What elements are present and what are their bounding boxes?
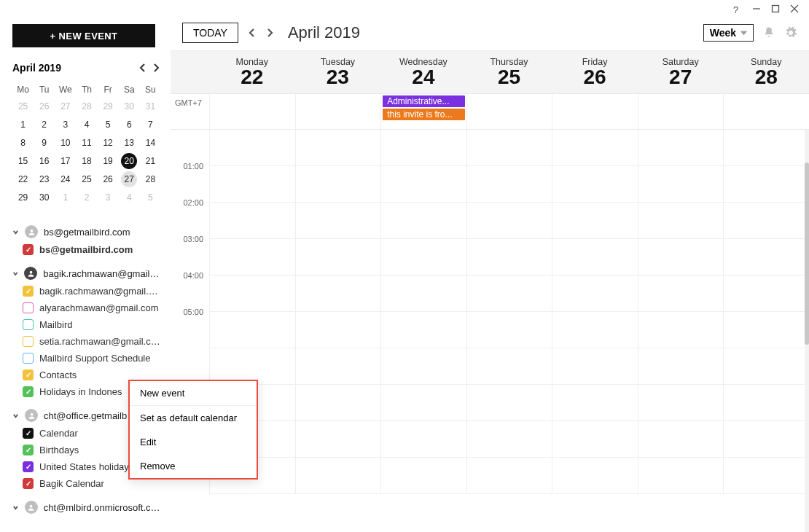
bell-icon[interactable]	[762, 26, 775, 39]
day-header[interactable]: Saturday27	[638, 51, 724, 93]
day-header[interactable]: Sunday28	[723, 51, 809, 93]
week-prev-icon[interactable]	[247, 28, 257, 38]
scrollbar-track[interactable]	[805, 130, 809, 532]
mini-day-cell[interactable]: 26	[34, 97, 55, 115]
mini-day-cell[interactable]: 26	[98, 170, 119, 188]
context-menu-item[interactable]: Remove	[130, 454, 257, 478]
mini-day-cell[interactable]: 1	[55, 188, 76, 206]
mini-day-cell[interactable]: 5	[98, 115, 119, 133]
mini-day-cell[interactable]: 10	[55, 133, 76, 152]
mini-day-cell[interactable]: 16	[34, 152, 55, 170]
calendar-checkbox[interactable]	[23, 445, 34, 455]
mini-day-cell[interactable]: 30	[119, 97, 140, 115]
account-header[interactable]: bagik.rachmawan@gmail.com	[12, 264, 160, 283]
allday-cell[interactable]	[723, 94, 809, 129]
mini-day-cell[interactable]: 30	[34, 188, 55, 206]
mini-day-cell[interactable]: 28	[140, 170, 161, 188]
mini-day-cell[interactable]: 27	[55, 97, 76, 115]
mini-day-cell[interactable]: 11	[76, 133, 97, 152]
time-grid[interactable]: 01:0002:0003:0004:0005:0009:00	[171, 130, 809, 532]
calendar-item[interactable]: Mailbird	[12, 316, 160, 333]
allday-event[interactable]: this invite is fro...	[383, 109, 465, 120]
context-menu-item[interactable]: Edit	[130, 430, 257, 454]
allday-cell[interactable]	[552, 94, 638, 129]
mini-day-cell[interactable]: 23	[34, 170, 55, 188]
day-header[interactable]: Thursday25	[466, 51, 552, 93]
mini-day-cell[interactable]: 3	[55, 115, 76, 133]
mini-day-cell[interactable]: 4	[76, 115, 97, 133]
mini-day-cell[interactable]: 13	[119, 133, 140, 152]
mini-day-cell[interactable]: 31	[140, 97, 161, 115]
new-event-button[interactable]: + NEW EVENT	[12, 24, 155, 47]
account-header[interactable]: cht@mlbird.onmicrosoft.com	[12, 498, 160, 517]
calendar-checkbox[interactable]	[23, 319, 34, 330]
mini-day-cell[interactable]: 25	[12, 97, 34, 115]
calendar-checkbox[interactable]	[23, 286, 34, 297]
mini-day-cell[interactable]: 18	[76, 152, 97, 170]
calendar-checkbox[interactable]	[23, 336, 34, 347]
mini-day-cell[interactable]: 22	[12, 170, 34, 188]
calendar-item[interactable]: alyarachmawan@gmail.com	[12, 300, 160, 316]
calendar-checkbox[interactable]	[23, 461, 34, 472]
context-menu-item[interactable]: New event	[130, 381, 257, 405]
mini-day-cell[interactable]: 19	[98, 152, 119, 170]
day-header[interactable]: Monday22	[209, 51, 295, 93]
mini-day-cell[interactable]: 3	[98, 188, 119, 206]
calendar-checkbox[interactable]	[23, 353, 34, 364]
mini-day-cell[interactable]: 25	[76, 170, 97, 188]
calendar-checkbox[interactable]	[23, 244, 34, 255]
mini-day-cell[interactable]: 8	[12, 133, 34, 152]
mini-next-icon[interactable]	[152, 63, 160, 72]
mini-day-cell[interactable]: 15	[12, 152, 34, 170]
help-icon[interactable]: ?	[733, 4, 742, 13]
context-menu-item[interactable]: Set as default calendar	[130, 406, 257, 430]
allday-event[interactable]: Administrative...	[383, 95, 465, 107]
calendar-checkbox[interactable]	[23, 386, 34, 397]
day-header[interactable]: Tuesday23	[295, 51, 381, 93]
mini-day-cell[interactable]: 27	[119, 170, 140, 188]
mini-day-cell[interactable]: 7	[140, 115, 161, 133]
mini-day-cell[interactable]: 14	[140, 133, 161, 152]
mini-day-cell[interactable]: 29	[12, 188, 34, 206]
week-next-icon[interactable]	[265, 28, 275, 38]
allday-cell[interactable]	[295, 94, 381, 129]
calendar-item[interactable]: setia.rachmawan@gmail.com	[12, 333, 160, 350]
mini-day-cell[interactable]: 5	[140, 188, 161, 206]
view-dropdown[interactable]: Week	[703, 24, 754, 42]
calendar-checkbox[interactable]	[23, 428, 34, 439]
allday-cell[interactable]	[209, 94, 295, 129]
mini-day-cell[interactable]: 20	[119, 152, 140, 170]
mini-day-cell[interactable]: 2	[34, 115, 55, 133]
scrollbar-thumb[interactable]	[805, 163, 809, 345]
account-header[interactable]: bs@getmailbird.com	[12, 222, 160, 241]
calendar-item[interactable]: bs@getmailbird.com	[12, 241, 160, 258]
gear-icon[interactable]	[784, 26, 797, 39]
mini-day-cell[interactable]: 9	[34, 133, 55, 152]
calendar-checkbox[interactable]	[23, 302, 34, 313]
mini-day-cell[interactable]: 29	[98, 97, 119, 115]
calendar-checkbox[interactable]	[23, 369, 34, 380]
mini-day-cell[interactable]: 6	[119, 115, 140, 133]
allday-cell[interactable]	[638, 94, 724, 129]
day-header[interactable]: Wednesday24	[380, 51, 466, 93]
mini-day-cell[interactable]: 2	[76, 188, 97, 206]
allday-cell[interactable]	[466, 94, 552, 129]
today-button[interactable]: TODAY	[182, 23, 238, 43]
calendar-item[interactable]: Mailbird Support Schedule	[12, 350, 160, 367]
calendar-item[interactable]: bagik.rachmawan@gmail.com	[12, 283, 160, 300]
mini-day-cell[interactable]: 24	[55, 170, 76, 188]
calendar-checkbox[interactable]	[23, 478, 34, 489]
day-header[interactable]: Friday26	[552, 51, 638, 93]
close-icon[interactable]	[790, 4, 799, 13]
mini-day-cell[interactable]: 1	[12, 115, 34, 133]
allday-cell[interactable]: Administrative...this invite is fro...	[380, 94, 466, 129]
minimize-icon[interactable]	[752, 4, 761, 13]
mini-day-cell[interactable]: 17	[55, 152, 76, 170]
mini-prev-icon[interactable]	[138, 63, 147, 72]
day-number: 24	[380, 66, 466, 89]
mini-day-cell[interactable]: 28	[76, 97, 97, 115]
mini-day-cell[interactable]: 21	[140, 152, 161, 170]
mini-day-cell[interactable]: 4	[119, 188, 140, 206]
maximize-icon[interactable]	[771, 4, 780, 13]
mini-day-cell[interactable]: 12	[98, 133, 119, 152]
